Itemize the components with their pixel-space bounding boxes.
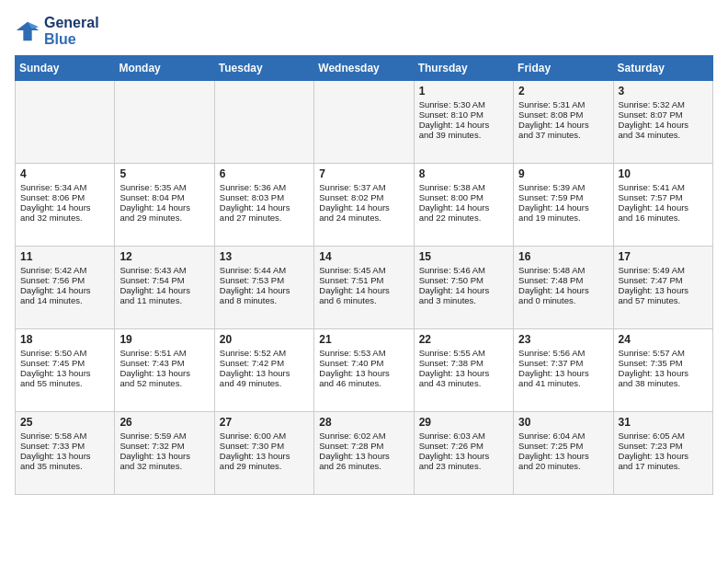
page-header: General Blue xyxy=(15,15,713,48)
day-info: Sunrise: 5:31 AM xyxy=(518,99,608,109)
day-cell: 25Sunrise: 5:58 AMSunset: 7:33 PMDayligh… xyxy=(16,412,115,495)
day-cell xyxy=(214,81,313,164)
day-info: Sunset: 7:57 PM xyxy=(619,192,708,202)
day-info: and 8 minutes. xyxy=(220,295,309,305)
week-row-5: 25Sunrise: 5:58 AMSunset: 7:33 PMDayligh… xyxy=(16,412,713,495)
day-info: Sunset: 7:56 PM xyxy=(20,275,109,285)
day-cell: 6Sunrise: 5:36 AMSunset: 8:03 PMDaylight… xyxy=(214,164,313,247)
day-number: 20 xyxy=(220,333,309,346)
day-info: and 27 minutes. xyxy=(220,213,309,223)
day-info: and 52 minutes. xyxy=(119,378,209,388)
day-cell: 31Sunrise: 6:05 AMSunset: 7:23 PMDayligh… xyxy=(613,412,712,495)
day-info: Daylight: 14 hours xyxy=(518,202,608,213)
day-number: 17 xyxy=(619,250,708,263)
day-number: 14 xyxy=(319,250,408,263)
day-info: Daylight: 13 hours xyxy=(220,451,309,461)
day-number: 10 xyxy=(619,167,708,180)
day-info: Sunrise: 5:49 AM xyxy=(619,265,708,275)
day-info: Daylight: 13 hours xyxy=(619,368,708,378)
day-number: 11 xyxy=(20,250,109,263)
day-info: Sunset: 7:23 PM xyxy=(619,441,708,451)
day-info: Sunset: 7:54 PM xyxy=(119,275,209,285)
day-cell: 4Sunrise: 5:34 AMSunset: 8:06 PMDaylight… xyxy=(16,164,115,247)
day-info: Daylight: 13 hours xyxy=(619,285,708,295)
day-info: and 24 minutes. xyxy=(319,213,408,223)
day-info: Sunset: 8:00 PM xyxy=(419,192,508,202)
day-info: Daylight: 13 hours xyxy=(518,451,608,461)
day-info: and 49 minutes. xyxy=(220,378,309,388)
day-number: 8 xyxy=(419,167,508,180)
day-number: 29 xyxy=(419,416,508,429)
day-info: Sunrise: 5:36 AM xyxy=(220,182,309,192)
day-info: and 57 minutes. xyxy=(619,295,708,305)
day-info: and 32 minutes. xyxy=(119,461,209,471)
week-row-2: 4Sunrise: 5:34 AMSunset: 8:06 PMDaylight… xyxy=(16,164,713,247)
day-info: Daylight: 14 hours xyxy=(220,285,309,295)
day-info: and 23 minutes. xyxy=(419,461,508,471)
day-cell: 10Sunrise: 5:41 AMSunset: 7:57 PMDayligh… xyxy=(613,164,712,247)
day-info: Sunrise: 5:55 AM xyxy=(419,348,508,358)
day-number: 31 xyxy=(619,416,708,429)
day-info: and 37 minutes. xyxy=(518,130,608,140)
day-info: and 22 minutes. xyxy=(419,213,508,223)
day-info: Sunrise: 5:59 AM xyxy=(119,431,209,441)
day-cell: 11Sunrise: 5:42 AMSunset: 7:56 PMDayligh… xyxy=(16,247,115,329)
day-info: and 16 minutes. xyxy=(619,213,708,223)
day-number: 30 xyxy=(518,416,608,429)
day-info: Sunset: 7:48 PM xyxy=(518,275,608,285)
day-info: Sunrise: 5:32 AM xyxy=(619,99,708,109)
day-cell: 19Sunrise: 5:51 AMSunset: 7:43 PMDayligh… xyxy=(115,329,214,412)
day-info: and 14 minutes. xyxy=(20,295,109,305)
day-info: Daylight: 14 hours xyxy=(419,285,508,295)
day-number: 12 xyxy=(119,250,209,263)
day-info: Sunset: 7:28 PM xyxy=(319,441,408,451)
day-info: Sunset: 7:59 PM xyxy=(518,192,608,202)
day-info: Daylight: 14 hours xyxy=(419,202,508,213)
day-info: Sunrise: 5:48 AM xyxy=(518,265,608,275)
day-number: 9 xyxy=(518,167,608,180)
day-number: 27 xyxy=(220,416,309,429)
day-info: Sunset: 8:02 PM xyxy=(319,192,408,202)
day-cell: 3Sunrise: 5:32 AMSunset: 8:07 PMDaylight… xyxy=(613,81,712,164)
day-cell xyxy=(314,81,414,164)
day-info: Sunset: 7:42 PM xyxy=(220,358,309,368)
day-info: Sunset: 8:06 PM xyxy=(20,192,109,202)
day-info: Sunset: 8:08 PM xyxy=(518,109,608,120)
day-info: and 41 minutes. xyxy=(518,378,608,388)
day-info: Sunrise: 5:30 AM xyxy=(419,99,508,109)
day-info: and 3 minutes. xyxy=(419,295,508,305)
day-cell: 24Sunrise: 5:57 AMSunset: 7:35 PMDayligh… xyxy=(613,329,712,412)
day-info: Sunset: 7:37 PM xyxy=(518,358,608,368)
day-info: Sunset: 7:45 PM xyxy=(20,358,109,368)
day-info: Sunrise: 5:41 AM xyxy=(619,182,708,192)
day-info: Sunrise: 6:05 AM xyxy=(619,431,708,441)
day-info: Sunrise: 5:38 AM xyxy=(419,182,508,192)
day-info: and 46 minutes. xyxy=(319,378,408,388)
day-info: and 43 minutes. xyxy=(419,378,508,388)
day-number: 6 xyxy=(220,167,309,180)
header-cell-saturday: Saturday xyxy=(613,56,712,81)
day-number: 19 xyxy=(119,333,209,346)
day-cell: 26Sunrise: 5:59 AMSunset: 7:32 PMDayligh… xyxy=(115,412,214,495)
day-info: Sunrise: 5:51 AM xyxy=(119,348,209,358)
day-cell: 30Sunrise: 6:04 AMSunset: 7:25 PMDayligh… xyxy=(514,412,613,495)
day-info: and 39 minutes. xyxy=(419,130,508,140)
day-info: Sunset: 8:10 PM xyxy=(419,109,508,120)
day-info: Sunrise: 5:52 AM xyxy=(220,348,309,358)
calendar-table: SundayMondayTuesdayWednesdayThursdayFrid… xyxy=(15,55,713,495)
day-info: Sunrise: 5:39 AM xyxy=(518,182,608,192)
day-number: 28 xyxy=(319,416,408,429)
logo: General Blue xyxy=(15,15,99,48)
day-info: Daylight: 13 hours xyxy=(319,368,408,378)
day-cell: 29Sunrise: 6:03 AMSunset: 7:26 PMDayligh… xyxy=(414,412,513,495)
day-info: Sunrise: 5:46 AM xyxy=(419,265,508,275)
day-info: Daylight: 14 hours xyxy=(619,202,708,213)
day-info: Sunrise: 5:42 AM xyxy=(20,265,109,275)
day-cell: 12Sunrise: 5:43 AMSunset: 7:54 PMDayligh… xyxy=(115,247,214,329)
day-info: and 11 minutes. xyxy=(119,295,209,305)
day-info: Daylight: 14 hours xyxy=(119,285,209,295)
day-info: and 35 minutes. xyxy=(20,461,109,471)
day-info: Sunset: 7:47 PM xyxy=(619,275,708,285)
header-cell-sunday: Sunday xyxy=(16,56,115,81)
day-cell: 8Sunrise: 5:38 AMSunset: 8:00 PMDaylight… xyxy=(414,164,513,247)
